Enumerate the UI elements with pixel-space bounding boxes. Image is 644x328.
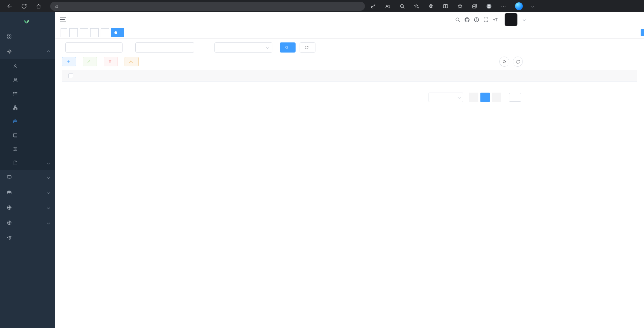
sidebar-item-role-management[interactable] <box>0 73 55 87</box>
sidebar-item-param-settings[interactable] <box>0 142 55 156</box>
column-header-post-code <box>141 70 208 81</box>
chevron-down-icon <box>47 206 50 209</box>
chevron-down-icon <box>47 191 50 194</box>
edit-button[interactable] <box>83 57 97 66</box>
user-icon <box>13 64 18 69</box>
org-tree-icon <box>13 105 18 110</box>
sidebar-item-log-management[interactable] <box>0 156 55 170</box>
sidebar-item-system-monitor[interactable] <box>0 170 55 185</box>
refresh-table-button[interactable] <box>513 57 523 67</box>
copilot-caret-icon[interactable] <box>531 5 534 7</box>
post-name-input[interactable] <box>135 42 194 53</box>
header-search-icon[interactable] <box>455 17 461 23</box>
tab-dept-management[interactable] <box>101 28 109 37</box>
select-all-checkbox[interactable] <box>68 73 73 78</box>
search-button[interactable] <box>280 42 296 53</box>
export-button[interactable] <box>125 57 139 66</box>
sidebar-item-system-management[interactable] <box>0 44 55 59</box>
passwords-key-icon[interactable] <box>370 3 376 9</box>
users-icon <box>13 77 18 83</box>
sidebar-item-post-management[interactable] <box>0 114 55 128</box>
refresh-icon <box>305 45 309 50</box>
tab-user-management[interactable] <box>69 28 78 37</box>
reset-button[interactable] <box>300 42 315 53</box>
sidebar-item-menu-management[interactable] <box>0 87 55 101</box>
split-screen-icon[interactable] <box>443 3 448 9</box>
gear-icon <box>7 49 12 54</box>
sidebar-item-dict-management[interactable] <box>0 128 55 142</box>
sidebar-item-system-tools[interactable] <box>0 185 55 200</box>
column-header-status <box>340 70 406 81</box>
address-bar[interactable] <box>50 2 365 11</box>
browser-menu-icon[interactable] <box>501 3 506 9</box>
chevron-down-icon <box>458 96 461 98</box>
sidebar-toggle-icon[interactable] <box>60 18 66 22</box>
page-content <box>55 38 644 328</box>
goto-page-input[interactable] <box>509 93 521 102</box>
user-avatar[interactable] <box>505 13 517 26</box>
chevron-down-icon <box>47 176 50 178</box>
page-1-button[interactable] <box>480 93 490 102</box>
tab-menu-management[interactable] <box>90 28 99 37</box>
copilot-icon[interactable] <box>515 2 523 10</box>
browser-back-icon[interactable] <box>7 3 12 9</box>
sidebar-item-user-management[interactable] <box>0 59 55 73</box>
sidebar-item-dept-management[interactable] <box>0 101 55 114</box>
screen <box>0 0 644 328</box>
sidebar-menu <box>0 29 55 245</box>
page-size-select[interactable] <box>429 93 463 102</box>
zoom-out-icon[interactable] <box>399 3 405 9</box>
dashboard-icon <box>7 34 12 39</box>
status-select[interactable] <box>214 42 272 53</box>
favorites-icon[interactable] <box>457 3 463 9</box>
avatar-caret-icon[interactable] <box>523 18 526 21</box>
browser-refresh-icon[interactable] <box>21 3 27 9</box>
delete-button[interactable] <box>104 57 118 66</box>
sidebar-item-erp[interactable] <box>0 215 55 230</box>
collections-icon[interactable] <box>472 3 477 9</box>
monitor-icon <box>7 175 12 180</box>
browser-toolbar <box>0 0 644 12</box>
sidebar-submenu-system <box>0 59 55 170</box>
browser-home-icon[interactable] <box>36 3 41 9</box>
sidebar-item-home[interactable] <box>0 29 55 44</box>
post-code-input[interactable] <box>65 42 123 53</box>
column-header-post-id <box>79 70 141 81</box>
toggle-search-button[interactable] <box>499 57 509 67</box>
add-button[interactable] <box>62 57 76 66</box>
document-icon <box>13 160 18 165</box>
sidebar-item-bbs[interactable] <box>0 200 55 215</box>
column-header-created <box>406 70 465 81</box>
sidebar-item-yi-framework[interactable] <box>0 230 55 245</box>
sliders-icon <box>13 146 18 152</box>
sidebar <box>0 12 55 328</box>
fullscreen-icon[interactable] <box>483 17 489 23</box>
extensions-icon[interactable] <box>428 3 434 9</box>
table-toolbar <box>62 57 637 67</box>
tab-post-management[interactable] <box>111 28 124 37</box>
github-icon[interactable] <box>464 17 470 23</box>
toolbox-icon <box>7 190 12 195</box>
column-header-actions <box>465 70 522 81</box>
active-dot <box>114 31 117 34</box>
plus-icon <box>66 60 70 64</box>
font-size-icon[interactable] <box>493 17 498 23</box>
prev-page-button[interactable] <box>469 93 478 102</box>
add-favorite-icon[interactable] <box>414 3 419 9</box>
next-page-button[interactable] <box>492 93 501 102</box>
briefcase-icon <box>13 119 18 124</box>
trash-icon <box>108 60 112 64</box>
download-icon <box>129 60 133 64</box>
help-icon[interactable] <box>474 17 479 23</box>
app-header <box>55 12 644 27</box>
tab-role-management[interactable] <box>80 28 88 37</box>
read-aloud-icon[interactable] <box>385 3 391 9</box>
chevron-down-icon <box>47 161 50 164</box>
profile-avatar-icon[interactable] <box>486 3 492 9</box>
edit-icon <box>87 60 91 64</box>
post-table <box>62 70 637 82</box>
search-icon <box>502 60 507 64</box>
tab-home[interactable] <box>61 28 67 37</box>
clipped-tab-fragment <box>641 29 644 36</box>
toolbar-utilities <box>499 57 523 67</box>
